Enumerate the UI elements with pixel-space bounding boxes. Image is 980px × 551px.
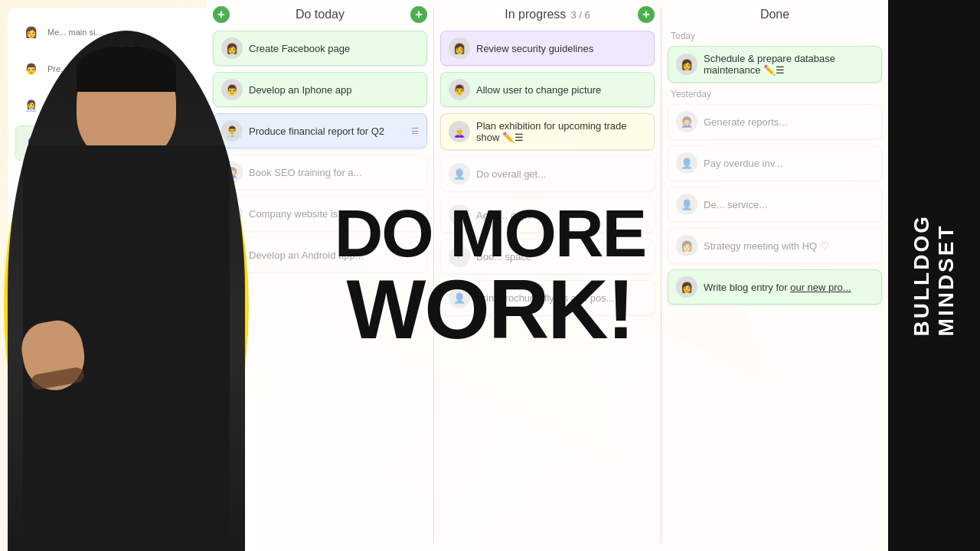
card-text: Agen... appo... — [476, 210, 646, 221]
avatar: 👤 — [676, 152, 697, 174]
card-text: Print brochure, flyers and pos... — [476, 292, 646, 304]
avatar: 👩‍🦱 — [676, 111, 697, 132]
card-text: De... service... — [704, 199, 874, 210]
card-overall[interactable]: 👤 Do overall get... — [440, 156, 655, 191]
card-user-picture[interactable]: 👨 Allow user to change picture — [440, 72, 655, 107]
avatar: 👤 — [676, 194, 697, 215]
card-attachment-icon: ☰ — [411, 126, 419, 136]
card-strategy[interactable]: 👩 Strategy meeting with HQ ♡ — [668, 228, 882, 263]
column-title-do-today: Do today — [296, 8, 345, 21]
card-blog[interactable]: 👩 Write blog entry for our new pro... — [668, 269, 882, 305]
column-done: Done Today 👩 Schedule & prepare database… — [662, 0, 888, 551]
card-exhibition[interactable]: 👩‍🦳 Plan exhibition for upcoming trade s… — [440, 113, 655, 150]
avatar: 👤 — [449, 287, 470, 308]
add-card-do-today[interactable]: + — [410, 6, 427, 23]
card-space[interactable]: ✔ Boo... space — [440, 239, 655, 274]
card-text: Do overall get... — [476, 168, 646, 180]
card-text: Strategy meeting with HQ ♡ — [704, 240, 874, 252]
card-reports[interactable]: 👩‍🦱 Generate reports... — [668, 104, 882, 139]
avatar: 👤 — [449, 163, 470, 184]
avatar: ✔ — [449, 204, 470, 226]
add-card-in-progress[interactable]: + — [638, 6, 655, 23]
avatar: 👩‍🦳 — [449, 121, 470, 142]
date-label-today: Today — [671, 31, 882, 41]
banner-text: Bulldogmindset — [910, 214, 959, 336]
card-text: Pay overdue inv... — [704, 158, 874, 169]
card-invoice[interactable]: 👤 Pay overdue inv... — [668, 145, 882, 181]
column-header-in-progress: In progress 3 / 6 + — [440, 8, 655, 21]
card-agen[interactable]: ✔ Agen... appo... — [440, 197, 655, 233]
card-text: Plan exhibition for upcoming trade show … — [476, 120, 646, 143]
column-badge-in-progress: 3 / 6 — [570, 9, 590, 21]
card-security[interactable]: 👩 Review security guidelines — [440, 31, 655, 66]
person-area — [0, 0, 276, 551]
column-title-done: Done — [760, 8, 789, 21]
avatar: 👩 — [676, 276, 697, 298]
card-text: Allow user to change picture — [476, 84, 646, 96]
avatar: 👩 — [676, 54, 697, 75]
date-label-yesterday: Yesterday — [671, 89, 882, 99]
avatar: ✔ — [449, 246, 470, 267]
avatar: 👩 — [676, 235, 697, 256]
kanban-board: + Do today + 👩 Create Facebook page 👨 De… — [207, 0, 888, 551]
card-text: Boo... space — [476, 251, 646, 262]
card-text: Write blog entry for our new pro... — [704, 282, 874, 293]
avatar: 👩 — [449, 37, 470, 59]
column-header-done: Done — [668, 8, 882, 21]
person-body — [8, 31, 245, 551]
column-in-progress: In progress 3 / 6 + 👩 Review security gu… — [434, 0, 661, 551]
card-database[interactable]: 👩 Schedule & prepare database maintenanc… — [668, 46, 882, 83]
avatar: 👨 — [449, 79, 470, 100]
card-brochure[interactable]: 👤 Print brochure, flyers and pos... — [440, 280, 655, 315]
card-text: Generate reports... — [704, 116, 874, 128]
card-text: Review security guidelines — [476, 43, 646, 54]
card-service[interactable]: 👤 De... service... — [668, 187, 882, 222]
right-banner: Bulldogmindset — [888, 0, 980, 551]
card-text: Schedule & prepare database maintenance … — [704, 53, 874, 76]
column-title-in-progress: In progress — [505, 8, 566, 21]
person-head — [77, 46, 176, 161]
